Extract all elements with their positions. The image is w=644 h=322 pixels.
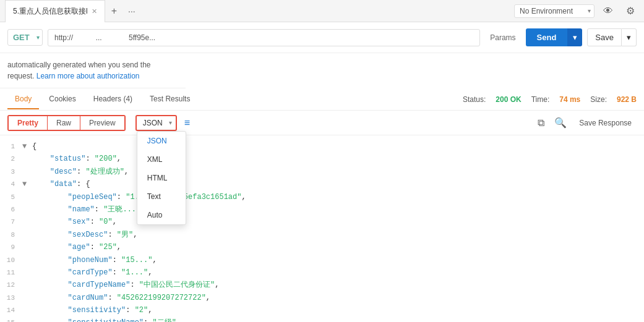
line-content: "sex": "0", — [32, 216, 117, 228]
tab-cookies[interactable]: Cookies — [41, 90, 83, 109]
save-dropdown-button[interactable]: ▾ — [622, 28, 637, 46]
table-row: 1▼{ — [2, 140, 642, 153]
line-number: 10 — [2, 255, 22, 266]
line-number: 1 — [2, 141, 22, 153]
action-icons: ⧉ 🔍 Save Response — [535, 114, 637, 131]
env-area: No Environment 👁 ⚙ — [514, 2, 639, 20]
json-option-html[interactable]: HTML — [137, 169, 186, 187]
request-bar: GET Params Send ▾ Save ▾ — [0, 22, 644, 53]
json-option-text[interactable]: Text — [137, 187, 186, 206]
eye-button[interactable]: 👁 — [599, 2, 617, 20]
line-number: 3 — [2, 166, 22, 178]
table-row: 2 "status": "200", — [2, 153, 642, 165]
table-row: 11 "cardType": "1...", — [2, 266, 642, 279]
status-label: Status: — [463, 95, 486, 104]
line-content: "sexDesc": "男", — [32, 229, 137, 241]
line-content: "age": "25", — [32, 241, 121, 253]
format-bar: Pretty Raw Preview JSON XML HTML Text Au… — [0, 111, 644, 135]
gear-button[interactable]: ⚙ — [622, 2, 639, 20]
table-row: 12 "cardTypeName": "中国公民二代身份证", — [2, 279, 642, 291]
json-option-auto[interactable]: Auto — [137, 206, 186, 224]
line-number: 9 — [2, 242, 22, 253]
tab-body[interactable]: Body — [7, 90, 39, 109]
line-number: 5 — [2, 192, 22, 203]
search-button[interactable]: 🔍 — [552, 114, 569, 131]
table-row: 14 "sensitivity": "2", — [2, 304, 642, 316]
auth-notice: automatically generated when you send th… — [0, 53, 186, 88]
line-content: "cardNum": "452622199207272722", — [32, 292, 210, 304]
active-tab[interactable]: 5.重点人员信息获取接l ✕ — [5, 0, 105, 22]
line-toggle — [22, 241, 32, 253]
fmt-pretty[interactable]: Pretty — [9, 116, 48, 130]
line-content: "phoneNum": "15...", — [32, 254, 157, 266]
tab-close-icon[interactable]: ✕ — [92, 7, 97, 15]
line-toggle[interactable]: ▼ — [22, 178, 32, 190]
line-number: 7 — [2, 216, 22, 228]
table-row: 15 "sensitivityName": "二级", — [2, 316, 642, 322]
line-content: "sensitivityName": "二级", — [32, 316, 181, 322]
status-value: 200 OK — [496, 95, 521, 104]
line-toggle — [22, 203, 32, 216]
tab-headers[interactable]: Headers (4) — [86, 90, 140, 109]
save-button[interactable]: Save — [587, 28, 622, 46]
tab-bar: 5.重点人员信息获取接l ✕ + ··· No Environment 👁 ⚙ — [0, 0, 644, 22]
line-content: "desc": "处理成功", — [32, 166, 129, 178]
line-number: 14 — [2, 305, 22, 316]
json-content: 1▼{2 "status": "200",3 "desc": "处理成功",4▼… — [0, 135, 644, 322]
table-row: 5 "peopleSeq": "1...47a59e825efa3c1651ad… — [2, 191, 642, 203]
line-content: { — [32, 140, 36, 153]
line-number: 13 — [2, 292, 22, 304]
response-status: Status: 200 OK Time: 74 ms Size: 922 B — [463, 95, 637, 104]
tab-add-button[interactable]: + — [105, 6, 123, 17]
table-row: 4▼ "data": { — [2, 178, 642, 190]
table-row: 13 "cardNum": "452622199207272722", — [2, 292, 642, 304]
method-wrapper: GET — [7, 29, 43, 46]
line-number: 8 — [2, 229, 22, 241]
save-btn-group: Save ▾ — [587, 28, 637, 46]
json-option-xml[interactable]: XML — [137, 150, 186, 169]
tab-test-results[interactable]: Test Results — [142, 90, 197, 109]
line-number: 15 — [2, 317, 22, 322]
tab-more-button[interactable]: ··· — [123, 6, 140, 16]
line-toggle — [22, 292, 32, 304]
table-row: 8 "sexDesc": "男", — [2, 229, 642, 241]
line-toggle — [22, 229, 32, 241]
response-tabs: Body Cookies Headers (4) Test Results St… — [0, 88, 644, 111]
table-row: 9 "age": "25", — [2, 241, 642, 253]
auth-notice-link[interactable]: Learn more about authorization — [36, 72, 140, 80]
table-row: 10 "phoneNum": "15...", — [2, 254, 642, 266]
line-toggle — [22, 266, 32, 279]
line-content: "sensitivity": "2", — [32, 304, 152, 316]
env-select[interactable]: No Environment — [514, 4, 595, 18]
json-selector-group: JSON XML HTML Text Auto JSON XML HTML Te… — [135, 115, 177, 131]
format-tab-group: Pretty Raw Preview — [7, 115, 126, 131]
line-number: 2 — [2, 153, 22, 165]
line-number: 6 — [2, 204, 22, 216]
table-row: 7 "sex": "0", — [2, 216, 642, 228]
env-select-wrapper: No Environment — [514, 4, 595, 18]
method-select[interactable]: GET — [7, 29, 43, 46]
copy-button[interactable]: ⧉ — [535, 115, 547, 131]
save-response-button[interactable]: Save Response — [574, 116, 637, 130]
fmt-raw[interactable]: Raw — [48, 116, 80, 130]
send-button[interactable]: Send — [526, 28, 568, 46]
time-label: Time: — [531, 95, 550, 104]
line-content: "data": { — [32, 178, 90, 190]
params-button[interactable]: Params — [485, 30, 520, 45]
line-content: "cardTypeName": "中国公民二代身份证", — [32, 279, 219, 291]
sort-icon[interactable]: ≡ — [184, 117, 190, 129]
send-dropdown-button[interactable]: ▾ — [567, 28, 582, 46]
json-option-json[interactable]: JSON — [137, 132, 186, 150]
json-format-select[interactable]: JSON XML HTML Text Auto — [137, 116, 176, 130]
fmt-preview[interactable]: Preview — [80, 116, 124, 130]
line-number: 11 — [2, 267, 22, 279]
table-row: 6 "name": "王晓...", — [2, 203, 642, 216]
json-dropdown: JSON XML HTML Text Auto — [137, 131, 186, 225]
line-toggle[interactable]: ▼ — [22, 140, 32, 153]
line-number: 12 — [2, 279, 22, 291]
line-toggle — [22, 216, 32, 228]
url-input[interactable] — [48, 29, 480, 46]
send-btn-group: Send ▾ — [526, 28, 583, 46]
line-toggle — [22, 191, 32, 203]
line-toggle — [22, 153, 32, 165]
